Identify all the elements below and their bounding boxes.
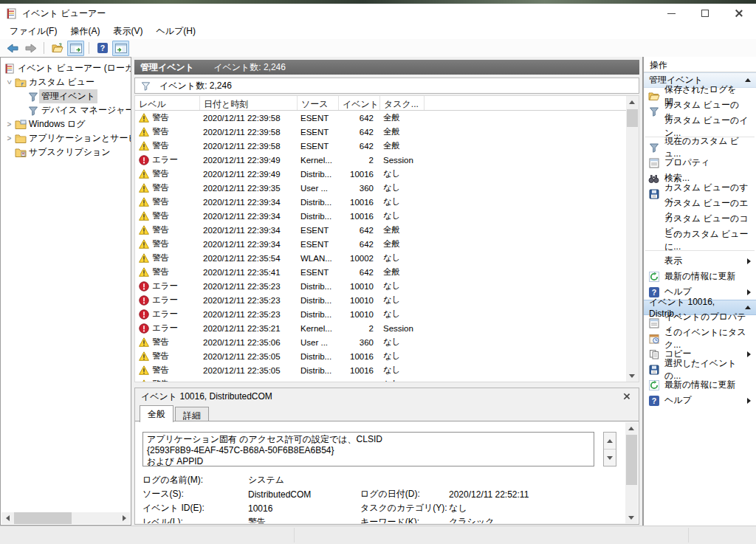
event-row[interactable]: 警告2020/12/11 22:35:05Distrib...10016なし bbox=[135, 363, 639, 377]
datetime-cell: 2020/12/11 19:19:19 bbox=[200, 380, 298, 382]
scroll-right-button[interactable] bbox=[118, 512, 130, 524]
column-header-4[interactable]: タスク... bbox=[380, 96, 425, 110]
event-row[interactable]: 警告2020/12/11 19:19:19Distrib...10016なし bbox=[135, 377, 639, 382]
event-row[interactable]: エラー2020/12/11 22:35:23Distrib...10010なし bbox=[135, 307, 639, 321]
event-row[interactable]: 警告2020/12/11 22:35:41ESENT642全般 bbox=[135, 265, 639, 279]
field-label: レベル(L): bbox=[142, 516, 248, 523]
action-item[interactable]: 最新の情報に更新 bbox=[644, 269, 756, 284]
action-item[interactable]: 選択したイベントの... bbox=[644, 362, 756, 377]
menu-item-0[interactable]: ファイル(F) bbox=[3, 24, 63, 39]
event-list-scrollbar[interactable] bbox=[626, 96, 639, 382]
forward-button[interactable] bbox=[22, 41, 39, 56]
menu-item-1[interactable]: 操作(A) bbox=[63, 24, 106, 39]
action-item[interactable]: このカスタム ビューに... bbox=[644, 233, 756, 248]
event-row[interactable]: 警告2020/12/11 22:39:34Distrib...10016なし bbox=[135, 195, 639, 209]
level-cell: 警告 bbox=[135, 140, 200, 151]
warning-icon bbox=[139, 211, 149, 221]
menu-item-2[interactable]: 表示(V) bbox=[106, 24, 149, 39]
event-row[interactable]: 警告2020/12/11 22:39:49Distrib...10016なし bbox=[135, 167, 639, 181]
close-button[interactable] bbox=[722, 4, 756, 23]
submenu-arrow-icon bbox=[747, 289, 751, 295]
back-button[interactable] bbox=[4, 41, 21, 56]
maximize-button[interactable] bbox=[688, 4, 722, 23]
scrollbar-thumb[interactable] bbox=[626, 435, 637, 485]
event-description-box[interactable]: アプリケーション固有 のアクセス許可の設定では、CLSID{2593F8B9-4… bbox=[142, 432, 594, 466]
open-saved-log-button[interactable] bbox=[49, 41, 66, 56]
scroll-up-button[interactable] bbox=[626, 96, 638, 108]
tree-expander-icon[interactable]: > bbox=[5, 77, 13, 88]
event-list-pane: 管理イベント イベント数: 2,246 イベント数: 2,246 レベル日付と時… bbox=[131, 57, 642, 526]
event-property-fields: ログの名前(M):システムソース(S):DistributedCOMログの日付(… bbox=[142, 473, 619, 523]
event-row[interactable]: 警告2020/12/11 22:35:06User ...360なし bbox=[135, 335, 639, 349]
tab-details[interactable]: 詳細 bbox=[175, 407, 209, 421]
event-row[interactable]: エラー2020/12/11 22:35:23Distrib...10010なし bbox=[135, 279, 639, 293]
event-id-cell: 642 bbox=[339, 226, 380, 235]
forward-icon bbox=[25, 44, 37, 53]
column-header-0[interactable]: レベル bbox=[135, 96, 200, 110]
scroll-up-button[interactable] bbox=[625, 422, 637, 434]
event-id-cell: 360 bbox=[339, 338, 380, 347]
event-row[interactable]: 警告2020/12/11 22:39:58ESENT642全般 bbox=[135, 139, 639, 153]
column-header-2[interactable]: ソース bbox=[298, 96, 339, 110]
action-item[interactable]: 現在のカスタム ビュ... bbox=[644, 140, 756, 155]
tree-item-1[interactable]: >カスタム ビュー bbox=[1, 75, 131, 89]
tree-expander-icon[interactable]: > bbox=[4, 134, 15, 142]
event-row[interactable]: 警告2020/12/11 22:39:34ESENT642全般 bbox=[135, 237, 639, 251]
column-header-3[interactable]: イベント... bbox=[339, 96, 380, 110]
event-row[interactable]: 警告2020/12/11 22:35:05Distrib...10016なし bbox=[135, 349, 639, 363]
scrollbar-thumb[interactable] bbox=[14, 512, 72, 524]
background-divider bbox=[688, 528, 689, 543]
tree-item-6[interactable]: サブスクリプション bbox=[1, 145, 131, 159]
scroll-up-button[interactable] bbox=[604, 433, 616, 450]
tree-item-5[interactable]: >アプリケーションとサービス ログ bbox=[1, 131, 131, 145]
tree-item-3[interactable]: デバイス マネージャー - NV bbox=[1, 103, 131, 117]
event-row[interactable]: エラー2020/12/11 22:35:23Distrib...10010なし bbox=[135, 293, 639, 307]
help-button[interactable]: ? bbox=[94, 41, 111, 56]
scrollbar-thumb[interactable] bbox=[627, 109, 638, 127]
event-row[interactable]: 警告2020/12/11 22:35:54WLAN...10002なし bbox=[135, 251, 639, 265]
event-row[interactable]: エラー2020/12/11 22:39:49Kernel...2Session bbox=[135, 153, 639, 167]
action-item[interactable]: このイベントにタスク... bbox=[644, 331, 756, 346]
tree-item-4[interactable]: >Windows ログ bbox=[1, 117, 131, 131]
action-item[interactable]: カスタム ビューのイン... bbox=[644, 119, 756, 134]
event-field-row: イベント ID(E):10016タスクのカテゴリ(Y):なし bbox=[142, 501, 619, 515]
level-cell: 警告 bbox=[135, 379, 200, 382]
menu-item-3[interactable]: ヘルプ(H) bbox=[149, 24, 202, 39]
scroll-down-button[interactable] bbox=[625, 512, 637, 523]
console-tree-button[interactable] bbox=[67, 41, 84, 56]
field-label: ソース(S): bbox=[142, 488, 248, 500]
level-label: 警告 bbox=[152, 224, 169, 235]
preview-close-button[interactable] bbox=[621, 390, 633, 402]
event-id-cell: 10016 bbox=[339, 198, 380, 207]
scroll-down-button[interactable] bbox=[626, 370, 638, 382]
source-cell: Distrib... bbox=[298, 366, 339, 375]
event-row[interactable]: 警告2020/12/11 22:39:34Distrib...10016なし bbox=[135, 209, 639, 223]
task-category-cell: 全般 bbox=[380, 224, 425, 235]
column-header-1[interactable]: 日付と時刻 bbox=[200, 96, 298, 110]
event-row[interactable]: 警告2020/12/11 22:39:34ESENT642全般 bbox=[135, 223, 639, 237]
tab-general[interactable]: 全般 bbox=[140, 405, 173, 422]
scroll-left-button[interactable] bbox=[1, 512, 13, 524]
action-item[interactable]: ?ヘルプ bbox=[644, 393, 756, 408]
filter-icon bbox=[27, 92, 39, 102]
level-label: 警告 bbox=[152, 140, 169, 151]
tree-item-0[interactable]: イベント ビューアー (ローカル) bbox=[1, 61, 131, 75]
action-pane-button[interactable] bbox=[112, 41, 129, 56]
event-row[interactable]: 警告2020/12/11 22:39:58ESENT642全般 bbox=[135, 111, 639, 125]
level-label: 警告 bbox=[152, 168, 169, 179]
event-table-header: レベル日付と時刻ソースイベント...タスク... bbox=[135, 96, 639, 111]
action-item[interactable]: 表示 bbox=[644, 253, 756, 269]
preview-scrollbar[interactable] bbox=[625, 422, 638, 523]
error-icon bbox=[139, 295, 149, 306]
tree-horizontal-scrollbar[interactable] bbox=[1, 512, 130, 524]
event-row[interactable]: エラー2020/12/11 22:35:21Kernel...2Session bbox=[135, 321, 639, 335]
tree-item-2[interactable]: 管理イベント bbox=[1, 89, 131, 103]
minimize-button[interactable] bbox=[654, 4, 688, 23]
submenu-arrow-icon bbox=[747, 398, 751, 404]
datetime-cell: 2020/12/11 22:39:34 bbox=[200, 198, 298, 207]
tree-expander-icon[interactable]: > bbox=[4, 120, 15, 128]
scroll-down-button[interactable] bbox=[604, 450, 616, 466]
source-cell: ESENT bbox=[298, 114, 339, 123]
event-row[interactable]: 警告2020/12/11 22:39:58ESENT642全般 bbox=[135, 125, 639, 139]
event-row[interactable]: 警告2020/12/11 22:39:35User ...360なし bbox=[135, 181, 639, 195]
